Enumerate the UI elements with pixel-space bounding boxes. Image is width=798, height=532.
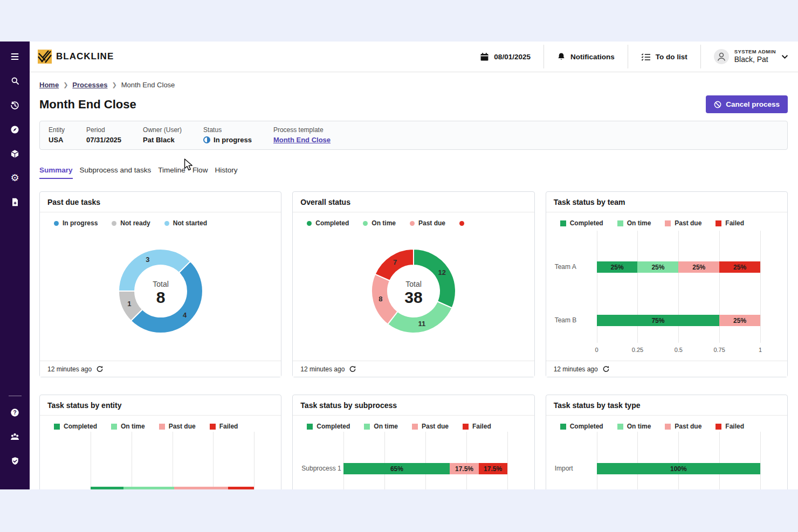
template-label: Process template: [273, 126, 331, 134]
notifications-button[interactable]: Notifications: [544, 42, 628, 72]
legend-item-on-time[interactable]: On time: [111, 423, 145, 430]
tab-summary[interactable]: Summary: [39, 166, 73, 179]
bar-segment-past-due: 33%: [174, 487, 228, 489]
donut-chart: 121187Total38: [293, 243, 534, 339]
date-text: 08/01/2025: [494, 53, 531, 61]
shield-check-icon[interactable]: [10, 457, 20, 465]
legend-item-completed[interactable]: Completed: [307, 423, 350, 430]
legend-item-completed[interactable]: Completed: [560, 423, 603, 430]
bar-segment-on-time: 25%: [637, 261, 678, 273]
gridline: [719, 432, 720, 489]
refresh-icon[interactable]: [349, 365, 356, 373]
cube-icon[interactable]: [10, 149, 20, 158]
gridline: [91, 432, 91, 489]
refresh-icon[interactable]: [96, 365, 104, 373]
legend-item-failed[interactable]: Failed: [716, 219, 744, 227]
legend-swatch: [716, 220, 721, 226]
legend-swatch: [665, 220, 671, 226]
tab-subprocess-and-tasks[interactable]: Subprocess and tasks: [80, 166, 152, 179]
info-field-entity: Entity USA: [49, 126, 65, 144]
avatar: [714, 49, 729, 64]
donut-center-label: Total: [405, 280, 422, 288]
in-progress-status-icon: [203, 136, 210, 143]
settings-gear-icon[interactable]: ⚙: [10, 174, 20, 182]
legend-label: Past due: [675, 219, 701, 227]
refresh-icon[interactable]: [602, 365, 610, 373]
process-template-link[interactable]: Month End Close: [273, 136, 331, 144]
legend-item-on-time[interactable]: On time: [617, 423, 651, 430]
legend-item-past-due[interactable]: Past due: [412, 423, 449, 430]
breadcrumb-current: Month End Close: [121, 81, 175, 89]
updated-text: 12 minutes ago: [554, 365, 598, 373]
history-icon[interactable]: [10, 101, 20, 109]
legend-item-completed[interactable]: Completed: [54, 423, 97, 430]
legend-label: Not started: [173, 219, 207, 227]
menu-icon[interactable]: [10, 52, 20, 61]
bar-chart: 20%31%33%16%: [40, 432, 281, 489]
gridline: [760, 432, 761, 489]
legend-item-not-started[interactable]: Not started: [164, 219, 207, 227]
compass-icon[interactable]: [10, 125, 20, 134]
period-label: Period: [86, 126, 121, 134]
legend-item-failed[interactable]: Failed: [210, 423, 238, 430]
legend-item-on-time[interactable]: On time: [617, 219, 651, 227]
todo-list-button[interactable]: To do list: [628, 42, 700, 72]
legend-swatch: [54, 221, 59, 226]
legend-swatch: [164, 221, 169, 226]
tab-flow[interactable]: Flow: [192, 166, 208, 179]
card-title: Task status by subprocess: [300, 401, 397, 410]
legend-item-in-progress[interactable]: In progress: [54, 219, 98, 227]
title-row: Month End Close Cancel process: [39, 95, 788, 113]
breadcrumb-home-link[interactable]: Home: [39, 81, 59, 89]
x-axis-tick: 1: [759, 347, 762, 353]
todo-list-icon: [641, 53, 651, 61]
content: Home ❯ Processes ❯ Month End Close Month…: [30, 72, 798, 489]
legend-item-on-time[interactable]: On time: [364, 423, 398, 430]
legend-item-completed[interactable]: Completed: [307, 219, 349, 227]
bar-segment-value: 25%: [651, 264, 664, 271]
legend-item-past-due[interactable]: Past due: [410, 219, 445, 227]
bar-chart: 25%25%25%25%75%25%00.250.50.751: [546, 231, 787, 343]
bar-segment-completed: 75%: [597, 315, 720, 326]
legend-item-not-ready[interactable]: Not ready: [112, 219, 150, 227]
x-axis-tick: 0: [595, 347, 598, 353]
legend-label: On time: [627, 423, 651, 430]
legend-item-past-due[interactable]: Past due: [159, 423, 196, 430]
tab-history[interactable]: History: [215, 166, 237, 179]
entity-label: Entity: [49, 126, 65, 134]
legend-item-past-due[interactable]: Past due: [665, 219, 701, 227]
breadcrumb-processes-link[interactable]: Processes: [72, 81, 107, 89]
legend-item-failed[interactable]: Failed: [463, 423, 491, 430]
cancel-process-button[interactable]: Cancel process: [706, 95, 788, 113]
bar-segment-on-time: 31%: [123, 487, 174, 489]
bar-team-a: 25%25%25%25%: [597, 261, 760, 273]
legend-item-item[interactable]: [459, 221, 464, 226]
status-label: Status: [203, 126, 252, 134]
bar-segment-value: 17.5%: [455, 465, 473, 473]
legend-label: On time: [121, 423, 145, 430]
user-menu[interactable]: SYSTEM ADMIN Black, Pat: [701, 42, 798, 72]
bar-segment-value: 20%: [100, 489, 113, 490]
donut-slice-value: 8: [379, 295, 382, 303]
brand-logo[interactable]: BLACKLINE: [38, 50, 114, 64]
bar-segment-completed: 25%: [597, 261, 638, 273]
document-add-icon[interactable]: [10, 198, 20, 206]
date-display[interactable]: 08/01/2025: [467, 42, 544, 72]
legend-item-on-time[interactable]: On time: [363, 219, 396, 227]
legend-swatch: [463, 424, 469, 430]
legend-item-failed[interactable]: Failed: [716, 423, 744, 430]
gridline: [637, 432, 638, 489]
help-icon[interactable]: ?: [10, 408, 20, 417]
bar-segment-value: 100%: [670, 465, 687, 473]
legend-item-past-due[interactable]: Past due: [665, 423, 701, 430]
breadcrumb: Home ❯ Processes ❯ Month End Close: [39, 81, 788, 89]
tab-timeline[interactable]: Timeline: [158, 166, 185, 179]
legend-item-completed[interactable]: Completed: [560, 219, 603, 227]
bar-team-b: 75%25%: [597, 315, 760, 326]
search-icon[interactable]: [10, 77, 20, 85]
card-title: Task status by team: [554, 198, 625, 206]
bar-import: 100%: [597, 463, 760, 474]
users-icon[interactable]: [10, 432, 20, 441]
cancel-icon: [714, 101, 721, 108]
app-window: ⚙ ? BLACKLINE: [0, 42, 798, 489]
